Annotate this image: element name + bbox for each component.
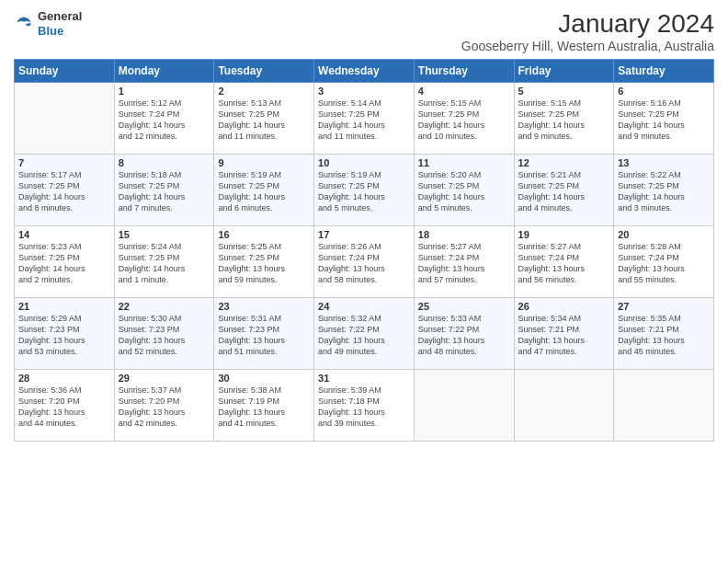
logo-text: General Blue — [38, 9, 82, 38]
day-number: 18 — [418, 229, 510, 240]
calendar-cell: 8Sunrise: 5:18 AM Sunset: 7:25 PM Daylig… — [114, 155, 214, 226]
day-number: 5 — [518, 86, 610, 97]
day-info: Sunrise: 5:36 AM Sunset: 7:20 PM Dayligh… — [18, 385, 110, 430]
calendar-cell: 10Sunrise: 5:19 AM Sunset: 7:25 PM Dayli… — [314, 155, 415, 226]
day-info: Sunrise: 5:18 AM Sunset: 7:25 PM Dayligh… — [119, 169, 210, 214]
day-info: Sunrise: 5:16 AM Sunset: 7:25 PM Dayligh… — [618, 98, 710, 143]
calendar-cell: 26Sunrise: 5:34 AM Sunset: 7:21 PM Dayli… — [514, 298, 614, 370]
day-info: Sunrise: 5:17 AM Sunset: 7:25 PM Dayligh… — [18, 169, 110, 214]
day-number: 30 — [218, 373, 310, 384]
weekday-header-sunday: Sunday — [15, 60, 115, 83]
month-title: January 2024 — [461, 9, 714, 39]
day-info: Sunrise: 5:35 AM Sunset: 7:21 PM Dayligh… — [618, 313, 710, 358]
title-block: January 2024 Gooseberry Hill, Western Au… — [461, 9, 714, 53]
weekday-header-monday: Monday — [114, 60, 214, 83]
weekday-header-wednesday: Wednesday — [314, 60, 415, 83]
day-info: Sunrise: 5:19 AM Sunset: 7:25 PM Dayligh… — [218, 169, 310, 214]
page: General Blue January 2024 Gooseberry Hil… — [0, 0, 728, 563]
day-info: Sunrise: 5:24 AM Sunset: 7:25 PM Dayligh… — [119, 241, 210, 286]
day-number: 20 — [618, 229, 710, 240]
day-number: 8 — [119, 157, 210, 168]
day-info: Sunrise: 5:27 AM Sunset: 7:24 PM Dayligh… — [518, 241, 610, 286]
calendar-cell: 15Sunrise: 5:24 AM Sunset: 7:25 PM Dayli… — [114, 226, 214, 298]
calendar-cell: 11Sunrise: 5:20 AM Sunset: 7:25 PM Dayli… — [414, 155, 514, 226]
day-number: 2 — [218, 86, 310, 97]
weekday-header-saturday: Saturday — [614, 60, 714, 83]
day-number: 1 — [119, 86, 210, 97]
day-info: Sunrise: 5:12 AM Sunset: 7:24 PM Dayligh… — [119, 98, 210, 143]
logo-icon — [14, 14, 34, 34]
week-row-3: 14Sunrise: 5:23 AM Sunset: 7:25 PM Dayli… — [15, 226, 714, 298]
day-number: 14 — [18, 229, 110, 240]
day-number: 19 — [518, 229, 610, 240]
calendar-cell: 31Sunrise: 5:39 AM Sunset: 7:18 PM Dayli… — [314, 370, 415, 442]
day-info: Sunrise: 5:23 AM Sunset: 7:25 PM Dayligh… — [18, 241, 110, 286]
day-info: Sunrise: 5:14 AM Sunset: 7:25 PM Dayligh… — [318, 98, 410, 143]
logo: General Blue — [14, 9, 82, 38]
day-info: Sunrise: 5:29 AM Sunset: 7:23 PM Dayligh… — [18, 313, 110, 358]
day-number: 13 — [618, 157, 710, 168]
calendar-cell: 30Sunrise: 5:38 AM Sunset: 7:19 PM Dayli… — [214, 370, 314, 442]
day-info: Sunrise: 5:25 AM Sunset: 7:25 PM Dayligh… — [218, 241, 310, 286]
day-info: Sunrise: 5:39 AM Sunset: 7:18 PM Dayligh… — [318, 385, 410, 430]
day-info: Sunrise: 5:28 AM Sunset: 7:24 PM Dayligh… — [618, 241, 710, 286]
calendar-cell: 4Sunrise: 5:15 AM Sunset: 7:25 PM Daylig… — [414, 83, 514, 155]
calendar-cell: 24Sunrise: 5:32 AM Sunset: 7:22 PM Dayli… — [314, 298, 415, 370]
calendar-cell: 29Sunrise: 5:37 AM Sunset: 7:20 PM Dayli… — [114, 370, 214, 442]
day-number: 21 — [18, 301, 110, 312]
calendar-cell: 16Sunrise: 5:25 AM Sunset: 7:25 PM Dayli… — [214, 226, 314, 298]
day-number: 26 — [518, 301, 610, 312]
day-number: 17 — [318, 229, 410, 240]
calendar-cell: 17Sunrise: 5:26 AM Sunset: 7:24 PM Dayli… — [314, 226, 415, 298]
calendar-table: SundayMondayTuesdayWednesdayThursdayFrid… — [14, 59, 714, 442]
day-number: 27 — [618, 301, 710, 312]
calendar-cell: 21Sunrise: 5:29 AM Sunset: 7:23 PM Dayli… — [15, 298, 115, 370]
weekday-header-tuesday: Tuesday — [214, 60, 314, 83]
day-info: Sunrise: 5:13 AM Sunset: 7:25 PM Dayligh… — [218, 98, 310, 143]
day-info: Sunrise: 5:31 AM Sunset: 7:23 PM Dayligh… — [218, 313, 310, 358]
day-number: 23 — [218, 301, 310, 312]
calendar-cell: 9Sunrise: 5:19 AM Sunset: 7:25 PM Daylig… — [214, 155, 314, 226]
week-row-4: 21Sunrise: 5:29 AM Sunset: 7:23 PM Dayli… — [15, 298, 714, 370]
location: Gooseberry Hill, Western Australia, Aust… — [461, 39, 714, 53]
day-info: Sunrise: 5:15 AM Sunset: 7:25 PM Dayligh… — [518, 98, 610, 143]
day-number: 15 — [119, 229, 210, 240]
day-info: Sunrise: 5:22 AM Sunset: 7:25 PM Dayligh… — [618, 169, 710, 214]
day-info: Sunrise: 5:38 AM Sunset: 7:19 PM Dayligh… — [218, 385, 310, 430]
day-number: 7 — [18, 157, 110, 168]
calendar-cell: 22Sunrise: 5:30 AM Sunset: 7:23 PM Dayli… — [114, 298, 214, 370]
calendar-cell — [514, 370, 614, 442]
day-number: 6 — [618, 86, 710, 97]
calendar-cell: 28Sunrise: 5:36 AM Sunset: 7:20 PM Dayli… — [15, 370, 115, 442]
calendar-cell: 1Sunrise: 5:12 AM Sunset: 7:24 PM Daylig… — [114, 83, 214, 155]
day-number: 16 — [218, 229, 310, 240]
weekday-header-friday: Friday — [514, 60, 614, 83]
calendar-cell — [15, 83, 115, 155]
calendar-cell: 18Sunrise: 5:27 AM Sunset: 7:24 PM Dayli… — [414, 226, 514, 298]
day-number: 4 — [418, 86, 510, 97]
day-info: Sunrise: 5:15 AM Sunset: 7:25 PM Dayligh… — [418, 98, 510, 143]
week-row-1: 1Sunrise: 5:12 AM Sunset: 7:24 PM Daylig… — [15, 83, 714, 155]
day-info: Sunrise: 5:19 AM Sunset: 7:25 PM Dayligh… — [318, 169, 410, 214]
day-number: 25 — [418, 301, 510, 312]
calendar-cell: 2Sunrise: 5:13 AM Sunset: 7:25 PM Daylig… — [214, 83, 314, 155]
day-info: Sunrise: 5:33 AM Sunset: 7:22 PM Dayligh… — [418, 313, 510, 358]
header: General Blue January 2024 Gooseberry Hil… — [14, 9, 714, 53]
calendar-cell — [414, 370, 514, 442]
day-info: Sunrise: 5:34 AM Sunset: 7:21 PM Dayligh… — [518, 313, 610, 358]
day-info: Sunrise: 5:27 AM Sunset: 7:24 PM Dayligh… — [418, 241, 510, 286]
day-number: 22 — [119, 301, 210, 312]
day-info: Sunrise: 5:21 AM Sunset: 7:25 PM Dayligh… — [518, 169, 610, 214]
calendar-cell: 20Sunrise: 5:28 AM Sunset: 7:24 PM Dayli… — [614, 226, 714, 298]
day-number: 28 — [18, 373, 110, 384]
calendar-cell: 5Sunrise: 5:15 AM Sunset: 7:25 PM Daylig… — [514, 83, 614, 155]
day-number: 29 — [119, 373, 210, 384]
day-info: Sunrise: 5:20 AM Sunset: 7:25 PM Dayligh… — [418, 169, 510, 214]
calendar-cell: 12Sunrise: 5:21 AM Sunset: 7:25 PM Dayli… — [514, 155, 614, 226]
day-number: 11 — [418, 157, 510, 168]
calendar-cell: 6Sunrise: 5:16 AM Sunset: 7:25 PM Daylig… — [614, 83, 714, 155]
calendar-cell: 13Sunrise: 5:22 AM Sunset: 7:25 PM Dayli… — [614, 155, 714, 226]
day-number: 12 — [518, 157, 610, 168]
calendar-cell: 19Sunrise: 5:27 AM Sunset: 7:24 PM Dayli… — [514, 226, 614, 298]
day-number: 10 — [318, 157, 410, 168]
